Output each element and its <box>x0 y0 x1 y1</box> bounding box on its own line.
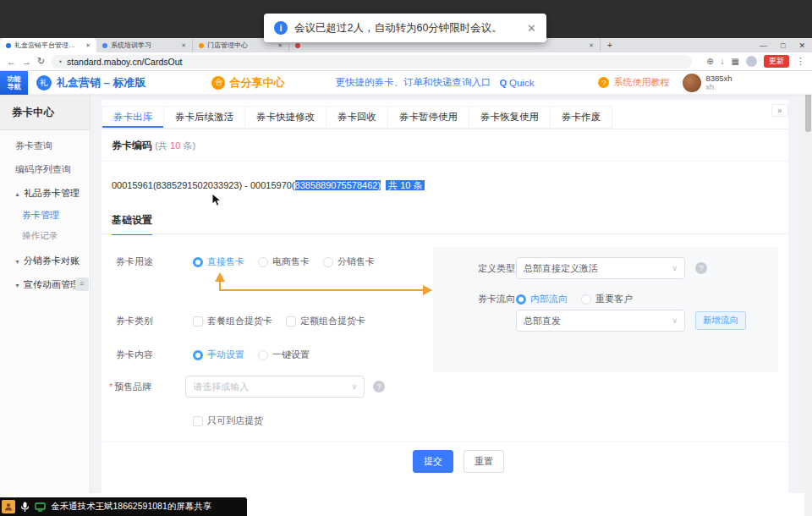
checkbox-icon <box>193 316 203 327</box>
question-icon[interactable]: ? <box>695 262 707 274</box>
zoom-icon[interactable]: ⊕ <box>706 57 713 66</box>
quick-link[interactable]: Quick <box>509 78 534 88</box>
category-row: 券卡类别 套餐组合提货卡 定额组合提货卡 <box>116 315 379 327</box>
toast-close-icon[interactable]: ✕ <box>527 22 536 35</box>
share-center-icon: 合 <box>211 76 225 90</box>
chevron-down-icon: ∨ <box>672 264 678 272</box>
share-bar-text: 金禾通技术王斌18662591081的屏幕共享 <box>51 501 211 513</box>
tab-grid-icon[interactable]: ▦ <box>732 57 739 66</box>
screen-share-icon <box>35 502 46 512</box>
radio-direct-sale[interactable]: 直接售卡 <box>193 255 244 268</box>
tab-close-icon[interactable]: ✕ <box>277 42 283 49</box>
tab-resume-use[interactable]: 券卡恢复使用 <box>469 106 551 129</box>
radio-manual-setting[interactable]: 手动设置 <box>193 349 244 361</box>
sidebar-group-gift-card-management[interactable]: ▲礼品券卡管理 <box>0 183 90 203</box>
update-button[interactable]: 更新 <box>764 55 789 68</box>
app-header: 功能 导航 礼 礼盒营销 – 标准版 合 合分享中心 更快捷的券卡、订单和快递查… <box>0 71 812 95</box>
question-icon[interactable]: ? <box>373 381 385 392</box>
flow-select-row: 总部直发 ∨ 新增流向 <box>516 310 746 332</box>
browser-avatar[interactable] <box>746 56 757 67</box>
sidebar-item-card-management[interactable]: 券卡管理 <box>0 205 90 225</box>
radio-label: 分销售卡 <box>337 255 375 268</box>
toast-message: 会议已超过2人，自动转为60分钟限时会议。 <box>294 21 502 36</box>
brand-label: 预售品牌 <box>114 381 185 393</box>
tab-close-icon[interactable]: ✕ <box>589 42 594 49</box>
divider <box>102 442 788 442</box>
category-label: 券卡类别 <box>116 315 193 327</box>
chevron-down-icon: ∨ <box>352 382 358 391</box>
select-flow[interactable]: 总部直发 ∨ <box>516 310 685 332</box>
screen: i 会议已超过2人，自动转为60分钟限时会议。 ✕ 礼盒营销平台管理中心 ✕ 系… <box>0 0 812 516</box>
checkbox-fixed-combo-card[interactable]: 定额组合提货卡 <box>286 315 365 327</box>
nav-logo-line2: 导航 <box>8 83 21 91</box>
radio-one-click-setting[interactable]: 一键设置 <box>258 349 310 361</box>
checkbox-label: 定额组合提货卡 <box>300 315 365 327</box>
radio-ecommerce-sale[interactable]: 电商售卡 <box>258 255 310 268</box>
tab-favicon <box>295 43 300 48</box>
user-avatar[interactable] <box>683 74 701 92</box>
divider <box>102 161 788 162</box>
checkbox-package-combo-card[interactable]: 套餐组合提货卡 <box>193 315 272 327</box>
share-center-link[interactable]: 合分享中心 <box>229 75 284 91</box>
window-minimize-button[interactable]: — <box>753 41 774 50</box>
checkbox-icon <box>286 316 296 327</box>
tab-favicon <box>6 43 11 48</box>
promo-link[interactable]: 更快捷的券卡、订单和快递查询入口 <box>335 76 491 89</box>
tab-follow-up-activate[interactable]: 券卡后续激活 <box>163 106 245 129</box>
checkbox-store-pickup-only[interactable]: 只可到店提货 <box>193 414 263 427</box>
sidebar-group-distribution-reconciliation[interactable]: ▼分销券卡对账 <box>0 250 90 271</box>
sidebar-collapse-handle[interactable]: ≡ <box>75 277 89 291</box>
tab-pause-use[interactable]: 券卡暂停使用 <box>387 106 469 129</box>
submit-button[interactable]: 提交 <box>413 450 453 473</box>
download-icon[interactable]: ↓ <box>721 57 725 66</box>
define-type-row: 定义类型 总部直接定义激活 ∨ ? <box>478 257 707 279</box>
tab-close-icon[interactable]: ✕ <box>85 42 91 49</box>
reset-button[interactable]: 重置 <box>464 450 504 473</box>
browser-tab-main[interactable]: 礼盒营销平台管理中心 ✕ <box>0 38 96 52</box>
radio-important-customer[interactable]: 重要客户 <box>581 293 633 305</box>
tab-void[interactable]: 券卡作废 <box>550 106 612 129</box>
store-only-row: 只可到店提货 <box>193 414 277 427</box>
radio-distribution-sale[interactable]: 分销售卡 <box>323 255 375 268</box>
help-link[interactable]: 系统使用教程 <box>613 76 669 89</box>
tab-cards-out[interactable]: 券卡出库 <box>102 106 164 129</box>
flow-label: 券卡流向 <box>478 293 516 305</box>
tab-favicon <box>199 43 204 48</box>
microphone-icon[interactable] <box>20 502 30 513</box>
codes-count: (共 10 条) <box>155 140 195 151</box>
tab-recycle[interactable]: 券卡回收 <box>326 106 388 129</box>
sidebar-item-code-sequence-query[interactable]: 编码序列查询 <box>0 159 90 179</box>
site-icon: ▪ <box>59 58 62 65</box>
page-scrollbar[interactable] <box>804 71 812 516</box>
window-maximize-button[interactable]: □ <box>774 41 792 50</box>
window-close-button[interactable]: ✕ <box>792 41 812 50</box>
triangle-up-icon: ▲ <box>14 191 20 197</box>
radio-icon <box>258 257 268 267</box>
reload-button[interactable]: ↻ <box>37 56 45 67</box>
panel-collapse-button[interactable]: » <box>771 104 788 117</box>
tab-quick-edit[interactable]: 券卡快捷修改 <box>244 106 326 129</box>
add-flow-button[interactable]: 新增流向 <box>695 311 746 330</box>
forward-button[interactable]: → <box>22 57 31 67</box>
user-name: 8385xh <box>705 74 732 83</box>
url-bar[interactable]: ▪ standard.maboy.cn/CardsOut <box>51 55 692 69</box>
quick-q-icon: Q <box>499 78 507 88</box>
sidebar-item-operation-log[interactable]: 操作记录 <box>0 225 90 245</box>
radio-label: 一键设置 <box>272 349 310 361</box>
flow-row: 券卡流向 内部流向 重要客户 <box>478 293 646 305</box>
url-text: standard.maboy.cn/CardsOut <box>67 57 182 67</box>
new-tab-button[interactable]: + <box>601 38 619 52</box>
radio-label: 直接售卡 <box>207 255 244 268</box>
radio-label: 电商售卡 <box>272 255 310 268</box>
sidebar-item-card-query[interactable]: 券卡查询 <box>0 135 90 156</box>
select-define-type[interactable]: 总部直接定义激活 ∨ <box>516 257 685 279</box>
radio-internal-flow[interactable]: 内部流向 <box>516 293 568 305</box>
browser-tab-training[interactable]: 系统培训学习 ✕ <box>96 38 193 52</box>
function-nav-button[interactable]: 功能 导航 <box>0 71 28 95</box>
card-tabs: 券卡出库 券卡后续激活 券卡快捷修改 券卡回收 券卡暂停使用 券卡恢复使用 券卡… <box>102 106 788 129</box>
kebab-menu-icon[interactable]: ⋮ <box>796 56 805 67</box>
back-button[interactable]: ← <box>7 57 16 67</box>
checkbox-icon <box>193 416 203 426</box>
select-presale-brand[interactable]: 请选择或输入 ∨ <box>185 376 365 398</box>
tab-close-icon[interactable]: ✕ <box>181 42 186 49</box>
